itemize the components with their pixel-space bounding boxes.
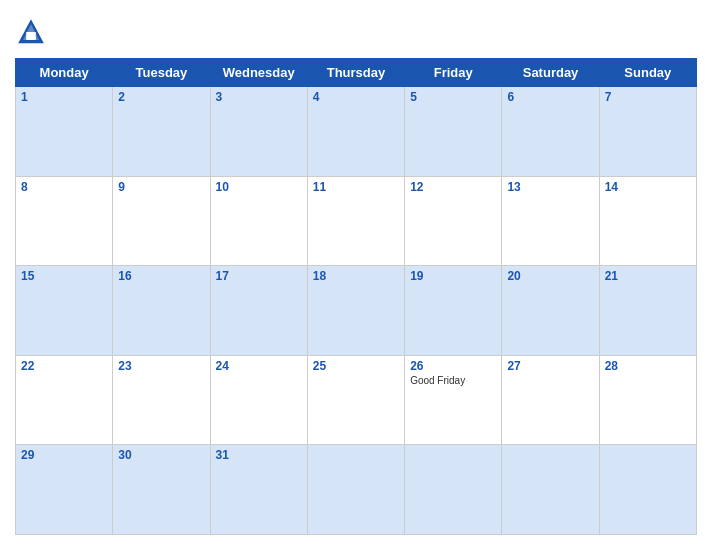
- date-number: 17: [216, 269, 302, 283]
- calendar-header: [15, 10, 697, 50]
- calendar-cell: 6: [502, 87, 599, 177]
- date-number: 31: [216, 448, 302, 462]
- date-number: 4: [313, 90, 399, 104]
- calendar-cell: 10: [210, 176, 307, 266]
- calendar-cell: 20: [502, 266, 599, 356]
- date-number: 2: [118, 90, 204, 104]
- calendar-cell: 28: [599, 355, 696, 445]
- calendar-cell: 7: [599, 87, 696, 177]
- date-number: 19: [410, 269, 496, 283]
- calendar-cell: 3: [210, 87, 307, 177]
- calendar-cell: [307, 445, 404, 535]
- calendar-cell: 23: [113, 355, 210, 445]
- calendar-cell: 8: [16, 176, 113, 266]
- calendar-cell: 29: [16, 445, 113, 535]
- calendar-cell: 9: [113, 176, 210, 266]
- date-number: 3: [216, 90, 302, 104]
- calendar-cell: 25: [307, 355, 404, 445]
- date-number: 27: [507, 359, 593, 373]
- date-number: 18: [313, 269, 399, 283]
- date-number: 12: [410, 180, 496, 194]
- logo-icon: [15, 16, 47, 48]
- calendar-cell: 11: [307, 176, 404, 266]
- date-number: 14: [605, 180, 691, 194]
- weekday-header-monday: Monday: [16, 59, 113, 87]
- date-number: 15: [21, 269, 107, 283]
- calendar-cell: 14: [599, 176, 696, 266]
- calendar-cell: 18: [307, 266, 404, 356]
- calendar-cell: 1: [16, 87, 113, 177]
- event-label: Good Friday: [410, 375, 496, 386]
- date-number: 6: [507, 90, 593, 104]
- date-number: 20: [507, 269, 593, 283]
- date-number: 16: [118, 269, 204, 283]
- date-number: 24: [216, 359, 302, 373]
- date-number: 5: [410, 90, 496, 104]
- date-number: 9: [118, 180, 204, 194]
- svg-rect-2: [26, 32, 36, 40]
- date-number: 30: [118, 448, 204, 462]
- calendar-cell: 24: [210, 355, 307, 445]
- calendar-cell: [599, 445, 696, 535]
- date-number: 7: [605, 90, 691, 104]
- calendar-cell: 21: [599, 266, 696, 356]
- date-number: 23: [118, 359, 204, 373]
- calendar-week-row: 293031: [16, 445, 697, 535]
- weekday-header-thursday: Thursday: [307, 59, 404, 87]
- calendar-week-row: 1234567: [16, 87, 697, 177]
- calendar-header-row: MondayTuesdayWednesdayThursdayFridaySatu…: [16, 59, 697, 87]
- date-number: 13: [507, 180, 593, 194]
- calendar-cell: 16: [113, 266, 210, 356]
- date-number: 29: [21, 448, 107, 462]
- weekday-header-sunday: Sunday: [599, 59, 696, 87]
- weekday-header-wednesday: Wednesday: [210, 59, 307, 87]
- calendar-cell: 19: [405, 266, 502, 356]
- date-number: 8: [21, 180, 107, 194]
- calendar-cell: 27: [502, 355, 599, 445]
- calendar-cell: [502, 445, 599, 535]
- calendar-table: MondayTuesdayWednesdayThursdayFridaySatu…: [15, 58, 697, 535]
- weekday-header-friday: Friday: [405, 59, 502, 87]
- weekday-header-tuesday: Tuesday: [113, 59, 210, 87]
- calendar-cell: 15: [16, 266, 113, 356]
- date-number: 21: [605, 269, 691, 283]
- calendar-cell: 2: [113, 87, 210, 177]
- calendar-week-row: 15161718192021: [16, 266, 697, 356]
- calendar-cell: 4: [307, 87, 404, 177]
- date-number: 26: [410, 359, 496, 373]
- calendar-cell: 26Good Friday: [405, 355, 502, 445]
- calendar-week-row: 2223242526Good Friday2728: [16, 355, 697, 445]
- calendar-cell: 17: [210, 266, 307, 356]
- date-number: 1: [21, 90, 107, 104]
- date-number: 10: [216, 180, 302, 194]
- date-number: 28: [605, 359, 691, 373]
- weekday-header-saturday: Saturday: [502, 59, 599, 87]
- calendar-cell: 13: [502, 176, 599, 266]
- calendar-cell: 30: [113, 445, 210, 535]
- logo: [15, 16, 52, 48]
- calendar-cell: 5: [405, 87, 502, 177]
- calendar-week-row: 891011121314: [16, 176, 697, 266]
- calendar-cell: 12: [405, 176, 502, 266]
- calendar-cell: 31: [210, 445, 307, 535]
- date-number: 22: [21, 359, 107, 373]
- date-number: 25: [313, 359, 399, 373]
- calendar-body: 1234567891011121314151617181920212223242…: [16, 87, 697, 535]
- calendar-cell: [405, 445, 502, 535]
- calendar-cell: 22: [16, 355, 113, 445]
- date-number: 11: [313, 180, 399, 194]
